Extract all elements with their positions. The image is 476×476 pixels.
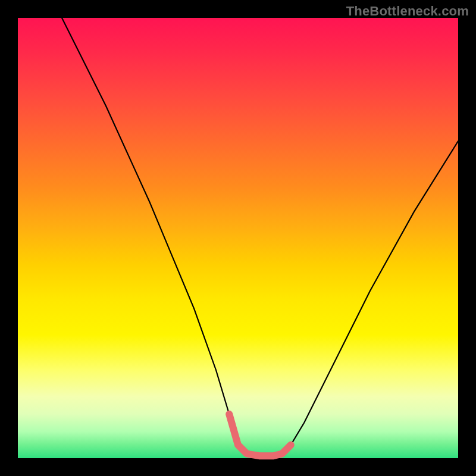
plot-area	[18, 18, 458, 458]
highlight-line	[229, 414, 291, 456]
curve-line	[62, 18, 458, 456]
watermark-text: TheBottleneck.com	[346, 4, 469, 19]
chart-stage: TheBottleneck.com	[0, 0, 476, 476]
chart-svg	[18, 18, 458, 458]
